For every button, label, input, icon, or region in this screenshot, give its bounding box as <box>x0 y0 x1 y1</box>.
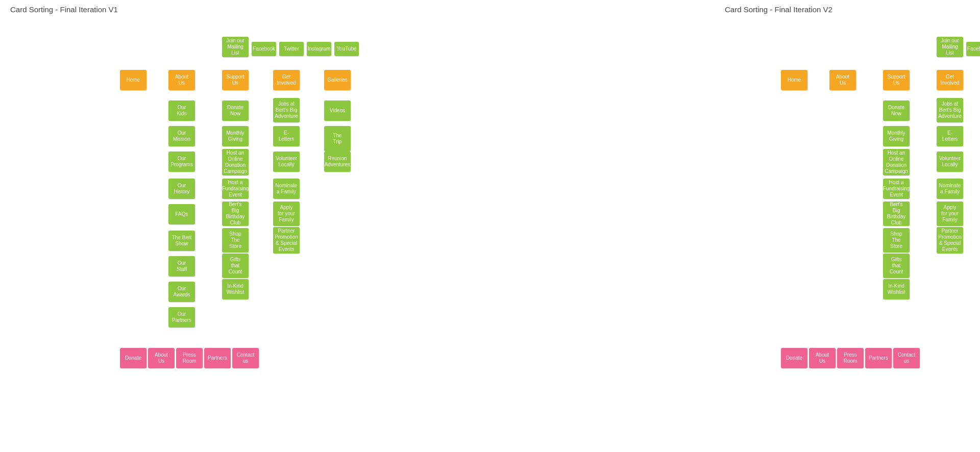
card-getinvolved[interactable]: Get Involved <box>937 70 963 90</box>
card-join-ourmailinglist[interactable]: Join our Mailing List <box>937 37 963 57</box>
card-ourmission[interactable]: Our Mission <box>168 126 195 146</box>
card-jobs-atbert's-bigadv[interactable]: Jobs at Bert's Big Adventure <box>937 98 963 122</box>
card-shopthestore[interactable]: Shop The Store <box>883 228 910 253</box>
card-faqs[interactable]: FAQs <box>168 204 195 224</box>
card-partners[interactable]: Partners <box>204 348 231 368</box>
card-giftsthatcount[interactable]: Gifts that Count <box>222 254 249 278</box>
card-shopthestore[interactable]: Shop The Store <box>222 228 249 253</box>
card-ourkids[interactable]: Our Kids <box>168 101 195 121</box>
card-partners[interactable]: Partners <box>865 348 892 368</box>
card-donate[interactable]: Donate <box>781 348 807 368</box>
card-home[interactable]: Home <box>781 70 807 90</box>
card-the-bertshow[interactable]: The Bert Show <box>168 231 195 251</box>
card-monthlygiving[interactable]: Monthly Giving <box>883 126 910 146</box>
card-aboutus[interactable]: About Us <box>809 348 836 368</box>
card-host-anonlinedonatio[interactable]: Host an Online Donation Campaign <box>883 149 910 175</box>
card-host-anonlinedonatio[interactable]: Host an Online Donation Campaign <box>222 149 249 175</box>
card-home[interactable]: Home <box>120 70 146 90</box>
card-in-kindwishlist[interactable]: In-Kind Wishlist <box>222 279 249 299</box>
card-ourpartners[interactable]: Our Partners <box>168 307 195 328</box>
card-contactus[interactable]: Contact us <box>893 348 920 368</box>
card-contactus[interactable]: Contact us <box>232 348 259 368</box>
card-host-afundraisingeve[interactable]: Host a Fundraising Event <box>883 179 910 199</box>
card-supportus[interactable]: Support Us <box>883 70 910 90</box>
card-ourprograms[interactable]: Our Programs <box>168 152 195 172</box>
card-aboutus[interactable]: About Us <box>168 70 195 90</box>
card-donatenow[interactable]: Donate Now <box>883 101 910 121</box>
card-supportus[interactable]: Support Us <box>222 70 249 90</box>
card-host-afundraisingeve[interactable]: Host a Fundraising Event <box>222 179 249 199</box>
card-donate[interactable]: Donate <box>120 348 146 368</box>
card-aboutus[interactable]: About Us <box>148 348 175 368</box>
card-facebook[interactable]: Facebook <box>966 42 980 56</box>
card-partnerpromotion&-sp[interactable]: Partner Promotion & Special Events <box>937 227 963 254</box>
card-pressroom[interactable]: Press Room <box>837 348 864 368</box>
card-ourawards[interactable]: Our Awards <box>168 282 195 302</box>
card-giftsthatcount[interactable]: Gifts that Count <box>883 254 910 278</box>
v1-title: Card Sorting - Final Iteration V1 <box>10 5 265 14</box>
card-applyfor-yourfamily[interactable]: Apply for your Family <box>937 202 963 226</box>
card-join-ourmailinglist[interactable]: Join our Mailing List <box>222 37 249 57</box>
card-monthlygiving[interactable]: Monthly Giving <box>222 126 249 146</box>
card-aboutus[interactable]: About Us <box>829 70 856 90</box>
card-volunteerlocally[interactable]: Volunteer Locally <box>937 152 963 172</box>
card-bert's-bigbirthdaycl[interactable]: Bert's Big Birthday Club <box>222 202 249 226</box>
card-ourhistory[interactable]: Our History <box>168 179 195 199</box>
card-nominatea-family[interactable]: Nominate a Family <box>937 179 963 199</box>
v2-title: Card Sorting - Final Iteration V2 <box>725 5 980 14</box>
card-pressroom[interactable]: Press Room <box>176 348 203 368</box>
card-donatenow[interactable]: Donate Now <box>222 101 249 121</box>
card-in-kindwishlist[interactable]: In-Kind Wishlist <box>883 279 910 299</box>
card-bert's-bigbirthdaycl[interactable]: Bert's Big Birthday Club <box>883 202 910 226</box>
card-ourstaff[interactable]: Our Staff <box>168 256 195 277</box>
card-e-letters[interactable]: E- Letters <box>937 126 963 146</box>
